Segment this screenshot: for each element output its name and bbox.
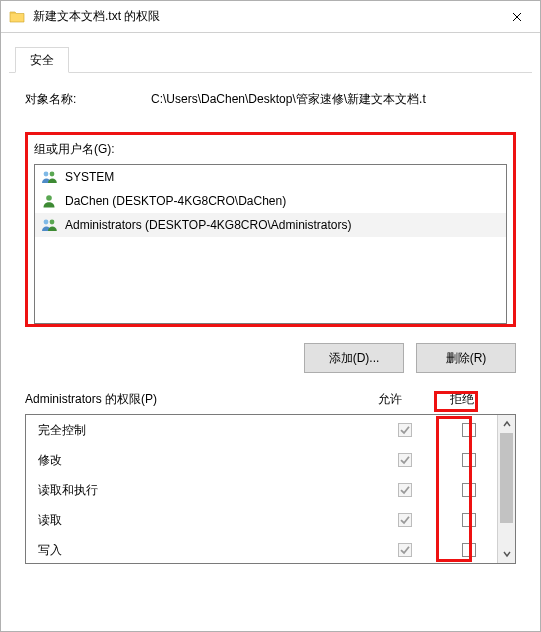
groups-label: 组或用户名(G): xyxy=(34,141,507,158)
permissions-area: 完全控制修改读取和执行读取写入 xyxy=(25,414,516,564)
allow-cell xyxy=(369,543,441,557)
principal-name: Administrators (DESKTOP-4KG8CRO\Administ… xyxy=(65,218,352,232)
allow-column-header: 允许 xyxy=(354,391,426,408)
allow-checkbox xyxy=(398,483,412,497)
deny-column-header: 拒绝 xyxy=(426,391,498,408)
deny-cell xyxy=(441,543,497,557)
svg-point-1 xyxy=(50,172,55,177)
deny-checkbox[interactable] xyxy=(462,423,476,437)
permissions-title: Administrators 的权限(P) xyxy=(25,391,354,408)
allow-checkbox xyxy=(398,543,412,557)
permission-name: 读取 xyxy=(26,512,369,529)
permission-row: 完全控制 xyxy=(26,415,497,445)
deny-cell xyxy=(441,423,497,437)
scroll-down-button[interactable] xyxy=(498,545,515,563)
principal-row[interactable]: DaChen (DESKTOP-4KG8CRO\DaChen) xyxy=(35,189,506,213)
permission-row: 读取 xyxy=(26,505,497,535)
window-title: 新建文本文档.txt 的权限 xyxy=(33,8,494,25)
add-button-label: 添加(D)... xyxy=(329,351,380,365)
deny-cell xyxy=(441,453,497,467)
deny-checkbox[interactable] xyxy=(462,453,476,467)
remove-button-label: 删除(R) xyxy=(446,351,487,365)
allow-cell xyxy=(369,423,441,437)
allow-checkbox xyxy=(398,453,412,467)
groups-section-highlight: 组或用户名(G): SYSTEMDaChen (DESKTOP-4KG8CRO\… xyxy=(25,132,516,327)
close-button[interactable] xyxy=(494,1,540,33)
group-buttons-row: 添加(D)... 删除(R) xyxy=(25,343,516,373)
titlebar: 新建文本文档.txt 的权限 xyxy=(1,1,540,33)
permission-row: 写入 xyxy=(26,535,497,563)
scroll-track[interactable] xyxy=(498,433,515,545)
principal-name: DaChen (DESKTOP-4KG8CRO\DaChen) xyxy=(65,194,286,208)
svg-point-3 xyxy=(44,220,49,225)
permissions-header: Administrators 的权限(P) 允许 拒绝 xyxy=(25,391,516,408)
principal-row[interactable]: SYSTEM xyxy=(35,165,506,189)
permissions-dialog: 新建文本文档.txt 的权限 安全 对象名称: C:\Users\DaChen\… xyxy=(0,0,541,632)
deny-checkbox[interactable] xyxy=(462,483,476,497)
allow-cell xyxy=(369,483,441,497)
allow-checkbox xyxy=(398,513,412,527)
remove-button[interactable]: 删除(R) xyxy=(416,343,516,373)
principal-row[interactable]: Administrators (DESKTOP-4KG8CRO\Administ… xyxy=(35,213,506,237)
allow-cell xyxy=(369,513,441,527)
permissions-table: 完全控制修改读取和执行读取写入 xyxy=(25,414,516,564)
allow-checkbox xyxy=(398,423,412,437)
svg-point-0 xyxy=(44,172,49,177)
folder-icon xyxy=(9,9,25,25)
deny-checkbox[interactable] xyxy=(462,513,476,527)
deny-cell xyxy=(441,483,497,497)
permission-name: 写入 xyxy=(26,542,369,559)
svg-point-2 xyxy=(46,195,52,201)
tab-security[interactable]: 安全 xyxy=(15,47,69,73)
object-name-row: 对象名称: C:\Users\DaChen\Desktop\管家速修\新建文本文… xyxy=(25,91,516,108)
principals-listbox[interactable]: SYSTEMDaChen (DESKTOP-4KG8CRO\DaChen)Adm… xyxy=(34,164,507,324)
permission-name: 读取和执行 xyxy=(26,482,369,499)
object-name-value: C:\Users\DaChen\Desktop\管家速修\新建文本文档.t xyxy=(151,91,516,108)
tabstrip: 安全 xyxy=(1,33,540,73)
permissions-scroll: 完全控制修改读取和执行读取写入 xyxy=(26,415,497,563)
permission-row: 读取和执行 xyxy=(26,475,497,505)
dialog-content: 安全 对象名称: C:\Users\DaChen\Desktop\管家速修\新建… xyxy=(1,33,540,631)
deny-cell xyxy=(441,513,497,527)
permissions-scrollbar[interactable] xyxy=(497,415,515,563)
principal-name: SYSTEM xyxy=(65,170,114,184)
tab-security-label: 安全 xyxy=(30,52,54,69)
deny-checkbox[interactable] xyxy=(462,543,476,557)
scroll-thumb[interactable] xyxy=(500,433,513,523)
permission-name: 完全控制 xyxy=(26,422,369,439)
tab-underline xyxy=(9,72,532,73)
object-name-label: 对象名称: xyxy=(25,91,151,108)
permission-name: 修改 xyxy=(26,452,369,469)
scroll-up-button[interactable] xyxy=(498,415,515,433)
add-button[interactable]: 添加(D)... xyxy=(304,343,404,373)
svg-point-4 xyxy=(50,220,55,225)
permission-row: 修改 xyxy=(26,445,497,475)
allow-cell xyxy=(369,453,441,467)
